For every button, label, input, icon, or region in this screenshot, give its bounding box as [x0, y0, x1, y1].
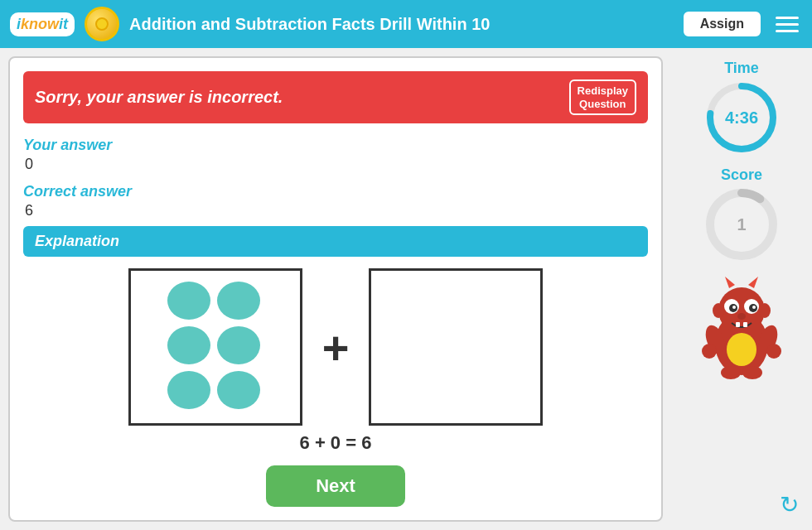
- svg-point-24: [713, 303, 724, 318]
- monster-area: [700, 273, 783, 479]
- your-answer-value: 0: [25, 156, 648, 173]
- hamburger-menu-button[interactable]: [772, 13, 802, 36]
- explanation-header-text: Explanation: [35, 233, 119, 249]
- score-circle: 1: [704, 187, 779, 262]
- hamburger-line-2: [776, 23, 799, 26]
- svg-point-15: [727, 333, 756, 366]
- svg-point-25: [759, 303, 771, 318]
- svg-marker-22: [725, 277, 735, 288]
- header: iknowit Addition and Subtraction Facts D…: [0, 0, 812, 48]
- empty-box: [369, 268, 543, 426]
- svg-point-18: [702, 344, 717, 359]
- svg-point-21: [742, 366, 762, 379]
- dots-grid: [167, 282, 263, 412]
- redisplay-button[interactable]: RedisplayQuestion: [569, 80, 636, 115]
- hamburger-line-3: [776, 30, 799, 32]
- coin-inner: [95, 17, 109, 31]
- incorrect-banner: Sorry, your answer is incorrect. Redispl…: [23, 71, 648, 123]
- next-button[interactable]: Next: [266, 465, 405, 507]
- logo-it: it: [59, 16, 68, 33]
- svg-point-10: [732, 306, 736, 309]
- svg-rect-14: [743, 322, 747, 327]
- main-area: Sorry, your answer is incorrect. Redispl…: [0, 48, 812, 530]
- dot-4: [217, 326, 260, 364]
- svg-point-19: [766, 344, 781, 359]
- monster-icon: [700, 273, 783, 381]
- score-label: Score: [721, 166, 762, 184]
- svg-rect-13: [736, 322, 740, 327]
- logo-know: know: [21, 16, 59, 33]
- score-value: 1: [737, 215, 746, 234]
- plus-sign: +: [322, 320, 350, 374]
- correct-answer-value: 6: [25, 202, 648, 219]
- back-arrow-button[interactable]: ↻: [780, 491, 799, 518]
- dot-2: [217, 282, 260, 320]
- dot-3: [167, 326, 210, 364]
- svg-marker-23: [748, 277, 758, 288]
- svg-point-12: [737, 313, 746, 320]
- page-title: Addition and Subtraction Facts Drill Wit…: [129, 15, 672, 34]
- explanation-header: Explanation: [23, 226, 648, 257]
- hamburger-line-1: [776, 17, 799, 19]
- sidebar: Time 4:36 Score 1: [671, 48, 812, 530]
- content-panel: Sorry, your answer is incorrect. Redispl…: [8, 56, 663, 522]
- time-label: Time: [724, 60, 759, 77]
- equation: 6 + 0 = 6: [23, 432, 648, 454]
- visual-area: +: [23, 268, 648, 426]
- dot-6: [217, 371, 260, 409]
- dot-box: [128, 268, 302, 426]
- time-circle: 4:36: [704, 80, 779, 155]
- dot-1: [167, 282, 210, 320]
- score-section: Score 1: [704, 166, 779, 262]
- incorrect-message: Sorry, your answer is incorrect.: [35, 88, 283, 107]
- timer-section: Time 4:36: [704, 60, 779, 155]
- correct-answer-label: Correct answer: [23, 183, 648, 200]
- next-button-row: Next: [23, 465, 648, 507]
- your-answer-label: Your answer: [23, 137, 648, 154]
- coin-icon: [85, 7, 119, 41]
- dot-5: [167, 371, 210, 409]
- svg-point-20: [721, 366, 741, 379]
- svg-point-11: [752, 306, 756, 309]
- time-value: 4:36: [725, 108, 758, 128]
- logo: iknowit: [10, 12, 75, 36]
- assign-button[interactable]: Assign: [682, 10, 762, 38]
